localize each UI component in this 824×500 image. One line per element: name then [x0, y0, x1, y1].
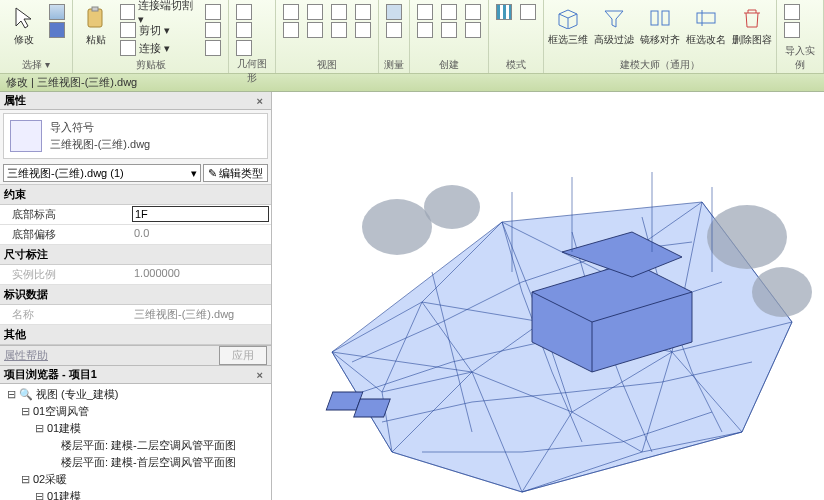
props-icon: [49, 4, 65, 20]
tree-item[interactable]: ⊟01建模: [2, 488, 269, 500]
mesh-model: [272, 92, 824, 500]
tree-item[interactable]: ⊟🔍视图 (专业_建模): [2, 386, 269, 403]
measure-2[interactable]: [383, 22, 405, 38]
rename-button[interactable]: 框选改名: [686, 2, 726, 52]
join-button[interactable]: 连接 ▾: [117, 40, 201, 56]
prop-inst-scale: 实例比例 1.000000: [0, 265, 271, 285]
arrow-icon: [10, 4, 38, 32]
edit-type-button[interactable]: ✎ 编辑类型: [203, 164, 268, 182]
view-1[interactable]: [280, 4, 302, 20]
paste-button[interactable]: 粘贴: [77, 2, 115, 52]
generic-icon: [386, 22, 402, 38]
filter-button[interactable]: 高级过滤: [594, 2, 634, 52]
expander-icon[interactable]: ⊟: [20, 405, 30, 418]
dim-icon: [386, 4, 402, 20]
context-titlebar: 修改 | 三维视图-(三维).dwg: [0, 74, 824, 92]
cat-other: 其他: [0, 325, 271, 345]
svg-point-8: [707, 205, 787, 269]
view-4[interactable]: [304, 22, 326, 38]
type-props-button[interactable]: [46, 4, 68, 20]
instance-props-button[interactable]: [46, 22, 68, 38]
mode-2[interactable]: [517, 4, 539, 20]
generic-icon: [441, 22, 457, 38]
cut-icon: [120, 22, 136, 38]
box3d-button[interactable]: 框选三维: [548, 2, 588, 52]
svg-point-6: [362, 199, 432, 255]
tree-item[interactable]: ⊟01空调风管: [2, 403, 269, 420]
base-offset-value[interactable]: 0.0: [130, 225, 271, 244]
properties-title: 属性: [4, 93, 26, 108]
import-2[interactable]: [781, 22, 803, 38]
geom-3[interactable]: [233, 40, 255, 56]
clip-c-button[interactable]: [202, 40, 224, 56]
create-6[interactable]: [462, 22, 484, 38]
svg-rect-2: [651, 11, 658, 25]
create-2[interactable]: [414, 22, 436, 38]
view-5[interactable]: [328, 4, 350, 20]
ribbon: 修改 选择 ▾ 粘贴 连接端切割 ▾ 剪切 ▾ 连接 ▾: [0, 0, 824, 74]
ribbon-group-clipboard: 粘贴 连接端切割 ▾ 剪切 ▾ 连接 ▾ 剪贴板: [73, 0, 229, 73]
modify-button[interactable]: 修改: [4, 2, 44, 52]
properties-help-link[interactable]: 属性帮助: [4, 348, 48, 363]
ribbon-group-measure: 测量: [379, 0, 410, 73]
create-3[interactable]: [438, 4, 460, 20]
clip-a-button[interactable]: [202, 4, 224, 20]
tree-item[interactable]: ⊟02采暖: [2, 471, 269, 488]
geom-2[interactable]: [233, 22, 255, 38]
ribbon-group-master: 框选三维 高级过滤 镜移对齐 框选改名 删除图容 建模大师（通用）: [544, 0, 777, 73]
mode-1[interactable]: [493, 4, 515, 20]
base-level-input[interactable]: [132, 206, 269, 222]
generic-icon: [205, 4, 221, 20]
type-text: 导入符号 三维视图-(三维).dwg: [50, 120, 150, 152]
delete-layers-button[interactable]: 删除图容: [732, 2, 772, 52]
svg-point-9: [752, 267, 812, 317]
join-cut-button[interactable]: 连接端切割 ▾: [117, 4, 201, 20]
grid-icon: [496, 4, 512, 20]
generic-icon: [465, 22, 481, 38]
type-selector[interactable]: 导入符号 三维视图-(三维).dwg: [3, 113, 268, 159]
generic-icon: [236, 40, 252, 56]
generic-icon: [331, 4, 347, 20]
ribbon-group-import: 导入实例: [777, 0, 824, 73]
cut-button[interactable]: 剪切 ▾: [117, 22, 201, 38]
svg-rect-1: [92, 7, 98, 11]
properties-header: 属性 ×: [0, 92, 271, 110]
edit-type-icon: ✎: [208, 167, 217, 180]
view-6[interactable]: [328, 22, 350, 38]
mirror-icon: [646, 4, 674, 32]
box3d-icon: [554, 4, 582, 32]
viewport-3d[interactable]: [272, 92, 824, 500]
geom-1[interactable]: [233, 4, 255, 20]
view-2[interactable]: [280, 22, 302, 38]
expander-icon[interactable]: ⊟: [34, 490, 44, 500]
expander-icon[interactable]: ⊟: [20, 473, 30, 486]
paste-icon: [82, 4, 110, 32]
tree-item[interactable]: 楼层平面: 建模-二层空调风管平面图: [2, 437, 269, 454]
properties-close-button[interactable]: ×: [253, 95, 267, 107]
view-8[interactable]: [352, 22, 374, 38]
prop-name: 名称 三维视图-(三维).dwg: [0, 305, 271, 325]
browser-tree[interactable]: ⊟🔍视图 (专业_建模)⊟01空调风管⊟01建模楼层平面: 建模-二层空调风管平…: [0, 384, 271, 500]
expander-icon[interactable]: ⊟: [34, 422, 44, 435]
apply-button[interactable]: 应用: [219, 346, 267, 365]
measure-1[interactable]: [383, 4, 405, 20]
create-5[interactable]: [462, 4, 484, 20]
browser-close-button[interactable]: ×: [253, 369, 267, 381]
mirror-align-button[interactable]: 镜移对齐: [640, 2, 680, 52]
expander-icon[interactable]: ⊟: [6, 388, 16, 401]
create-1[interactable]: [414, 4, 436, 20]
view-7[interactable]: [352, 4, 374, 20]
view-3[interactable]: [304, 4, 326, 20]
generic-icon: [784, 22, 800, 38]
instance-dropdown[interactable]: 三维视图-(三维).dwg (1) ▾: [3, 164, 201, 182]
create-4[interactable]: [438, 22, 460, 38]
import-1[interactable]: [781, 4, 803, 20]
join-icon: [120, 40, 136, 56]
tree-item[interactable]: ⊟01建模: [2, 420, 269, 437]
prop-base-level: 底部标高: [0, 205, 271, 225]
tree-item[interactable]: 楼层平面: 建模-首层空调风管平面图: [2, 454, 269, 471]
cat-id: 标识数据: [0, 285, 271, 305]
clip-b-button[interactable]: [202, 22, 224, 38]
generic-icon: [417, 22, 433, 38]
type-thumb-icon: [10, 120, 42, 152]
